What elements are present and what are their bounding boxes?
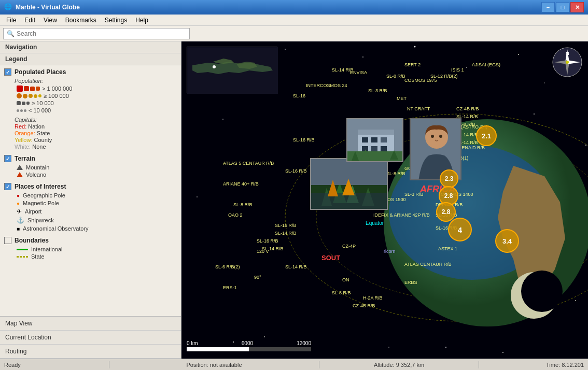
scale-0: 0 km bbox=[187, 340, 198, 346]
populated-places-group: Populated Places Population: bbox=[4, 68, 177, 150]
bottom-panels: Map View Current Location Routing bbox=[0, 316, 181, 359]
cluster-2-8b[interactable]: 2.8 bbox=[436, 202, 456, 222]
intl-boundary-label: International bbox=[31, 246, 63, 252]
mag-pole-row: ● Magnetic Pole bbox=[15, 200, 177, 206]
observatory-label: Astronomical Observatory bbox=[23, 225, 89, 232]
pop-icon-4a bbox=[17, 109, 19, 112]
svg-point-29 bbox=[213, 65, 216, 68]
scale-seg-1 bbox=[187, 347, 249, 351]
main-layout: Navigation Legend Populated Places Popul… bbox=[0, 41, 588, 359]
geo-pole-label: Geographic Pole bbox=[23, 192, 65, 198]
pop-icon-4c bbox=[24, 109, 26, 112]
pop-icon-1c bbox=[30, 87, 35, 91]
minimize-button[interactable]: − bbox=[541, 2, 555, 12]
pop-icon-2a bbox=[17, 93, 22, 98]
terrain-group: Terrain Mountain Volcano bbox=[4, 155, 177, 178]
mag-pole-label: Magnetic Pole bbox=[23, 200, 59, 206]
status-time: Time: 8.12.201 bbox=[483, 362, 584, 368]
left-panel: Navigation Legend Populated Places Popul… bbox=[0, 41, 181, 359]
search-input[interactable] bbox=[17, 30, 186, 37]
svg-text:N: N bbox=[566, 51, 569, 56]
current-location-panel[interactable]: Current Location bbox=[0, 331, 181, 345]
mountain-label: Mountain bbox=[26, 164, 49, 170]
poi-label: Places of Interest bbox=[15, 183, 66, 190]
maximize-button[interactable]: □ bbox=[556, 2, 569, 12]
menu-bookmarks[interactable]: Bookmarks bbox=[61, 16, 101, 25]
svg-rect-55 bbox=[381, 146, 387, 151]
volcano-row: Volcano bbox=[15, 172, 177, 178]
pop-icon-2d bbox=[34, 94, 37, 98]
status-divider-2 bbox=[319, 361, 319, 368]
poi-checkbox[interactable] bbox=[4, 183, 11, 190]
pop-row-4: < 10 000 bbox=[15, 107, 177, 113]
menu-edit[interactable]: Edit bbox=[20, 16, 39, 25]
svg-rect-51 bbox=[371, 137, 377, 143]
intl-boundary-row: International bbox=[15, 246, 177, 252]
legend-section[interactable]: Legend bbox=[0, 53, 181, 65]
mountain-icon bbox=[17, 165, 23, 170]
photo-building bbox=[346, 118, 403, 162]
pop-dots-4 bbox=[17, 109, 26, 112]
svg-rect-54 bbox=[371, 146, 377, 151]
poi-header: Places of Interest bbox=[4, 183, 177, 190]
pop-icon-1d bbox=[36, 87, 40, 91]
observatory-icon: ■ bbox=[17, 226, 20, 232]
pop-row-1: > 1 000 000 bbox=[15, 86, 177, 92]
cluster-4[interactable]: 4 bbox=[448, 218, 472, 241]
svg-rect-52 bbox=[381, 137, 387, 143]
terrain-checkbox[interactable] bbox=[4, 155, 11, 162]
status-position: Position: not available bbox=[114, 362, 315, 368]
pop-row-2: ≥ 100 000 bbox=[15, 93, 177, 99]
populated-places-label: Populated Places bbox=[15, 68, 66, 76]
toolbar: 🔍 bbox=[0, 26, 588, 41]
boundaries-label: Boundaries bbox=[15, 237, 49, 244]
volcano-label: Volcano bbox=[26, 172, 46, 178]
pop-icon-2e bbox=[38, 94, 41, 97]
airport-label: Airport bbox=[25, 208, 41, 215]
svg-point-36 bbox=[566, 61, 569, 64]
close-button[interactable]: ✕ bbox=[570, 2, 584, 12]
legend-inner: Populated Places Population: bbox=[0, 65, 181, 316]
map-area[interactable]: N SL-14 R/B SERT 2 ENVISA SL-8 R/B COSMO… bbox=[181, 41, 588, 359]
photo-landscape bbox=[310, 158, 388, 210]
search-box[interactable]: 🔍 bbox=[3, 28, 190, 39]
navigation-section[interactable]: Navigation bbox=[0, 41, 181, 53]
routing-panel[interactable]: Routing bbox=[0, 345, 181, 359]
status-divider-3 bbox=[479, 361, 479, 368]
map-view-label: Map View bbox=[5, 320, 32, 327]
svg-rect-49 bbox=[358, 130, 394, 135]
cap-nation: Red: Nation bbox=[15, 123, 177, 130]
menu-settings[interactable]: Settings bbox=[101, 16, 131, 25]
cluster-2-3[interactable]: 2.3 bbox=[440, 169, 458, 188]
routing-label: Routing bbox=[5, 348, 26, 355]
shipwreck-row: ⚓ Shipwreck bbox=[15, 217, 177, 224]
boundaries-checkbox[interactable] bbox=[4, 237, 11, 244]
window-title: Marble - Virtual Globe bbox=[16, 4, 541, 11]
poi-group: Places of Interest ● Geographic Pole ● M… bbox=[4, 183, 177, 232]
menu-bar: File Edit View Bookmarks Settings Help bbox=[0, 15, 588, 26]
menu-file[interactable]: File bbox=[2, 16, 20, 25]
app-icon: 🌐 bbox=[4, 3, 12, 11]
menu-help[interactable]: Help bbox=[131, 16, 152, 25]
status-divider-1 bbox=[109, 361, 109, 368]
menu-view[interactable]: View bbox=[39, 16, 61, 25]
cluster-2-1[interactable]: 2.1 bbox=[476, 125, 497, 146]
map-view-panel[interactable]: Map View bbox=[0, 317, 181, 331]
scale-6000: 6000 bbox=[242, 340, 253, 346]
pop-label-2: ≥ 100 000 bbox=[44, 93, 69, 99]
pop-icon-2b bbox=[23, 94, 27, 98]
cluster-3-4[interactable]: 3.4 bbox=[495, 229, 519, 253]
populated-places-header: Populated Places bbox=[4, 68, 177, 76]
shipwreck-label: Shipwreck bbox=[27, 217, 54, 223]
window-controls: − □ ✕ bbox=[541, 2, 584, 12]
cap-none: White: None bbox=[15, 144, 177, 150]
title-bar: 🌐 Marble - Virtual Globe − □ ✕ bbox=[0, 0, 588, 15]
mag-pole-icon: ● bbox=[17, 201, 20, 206]
cap-county: Yellow: County bbox=[15, 137, 177, 143]
state-boundary-label: State bbox=[31, 253, 45, 260]
populated-places-checkbox[interactable] bbox=[4, 68, 11, 76]
pop-dots-2 bbox=[17, 93, 41, 98]
pop-label-4: < 10 000 bbox=[29, 107, 51, 113]
scale-12000: 12000 bbox=[297, 340, 311, 346]
pop-label-1: > 1 000 000 bbox=[42, 86, 72, 92]
